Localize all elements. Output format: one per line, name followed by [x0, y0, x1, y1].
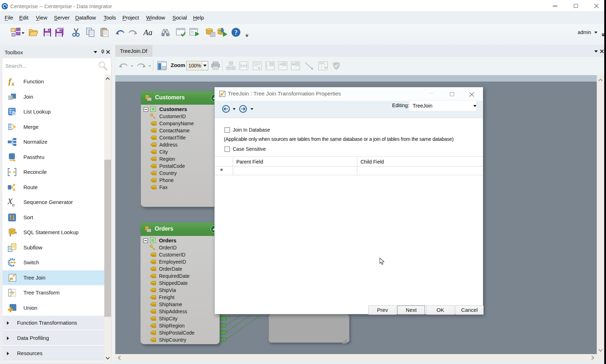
svg-text:0101: 0101: [319, 62, 324, 64]
svg-text:n: n: [12, 202, 15, 207]
svg-text:x: x: [11, 81, 14, 86]
svg-text:?: ?: [235, 29, 238, 36]
svg-text:f: f: [9, 77, 12, 86]
